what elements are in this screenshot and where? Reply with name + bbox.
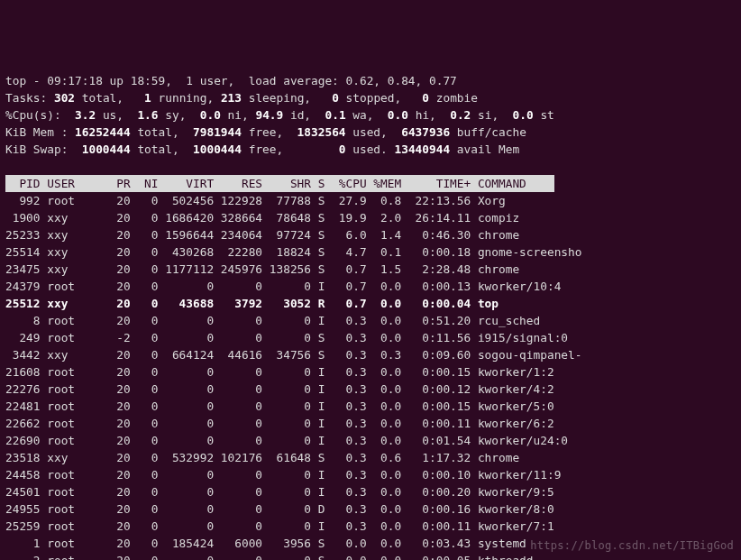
watermark-text: https://blog.csdn.net/ITBigGod [530, 537, 734, 555]
terminal-output[interactable]: top - 09:17:18 up 18:59, 1 user, load av… [5, 72, 736, 560]
